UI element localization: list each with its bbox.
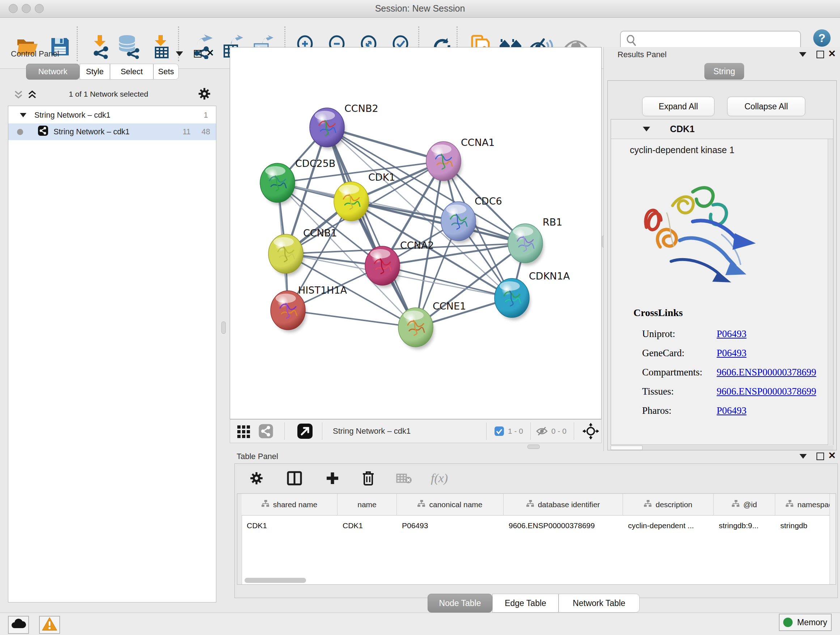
delete-column-trash-icon[interactable] <box>362 470 375 486</box>
import-table-button[interactable] <box>147 32 176 63</box>
table-vscrollbar[interactable] <box>829 494 836 584</box>
bottom-splitter-handle[interactable] <box>527 445 540 449</box>
network-node-CCNB2[interactable] <box>309 108 346 149</box>
node-table: shared namenamecanonical namedatabase id… <box>237 494 836 585</box>
tab-select[interactable]: Select <box>110 64 153 80</box>
network-edge[interactable] <box>327 127 416 327</box>
results-panel-float-icon[interactable] <box>816 51 824 58</box>
tab-node-table[interactable]: Node Table <box>428 594 493 613</box>
search-input[interactable] <box>640 36 800 46</box>
control-panel-menu-icon[interactable] <box>176 51 183 56</box>
column-header--id[interactable]: @id <box>714 494 775 516</box>
crosslink-link[interactable]: P06493 <box>717 405 747 416</box>
column-header-label: description <box>655 500 692 509</box>
toolbar-separator <box>322 423 322 440</box>
network-node-RB1[interactable] <box>508 224 544 265</box>
network-edge[interactable] <box>288 310 416 327</box>
expand-all-button[interactable]: Expand All <box>642 97 714 116</box>
tab-network[interactable]: Network <box>26 64 80 80</box>
open-in-browser-button[interactable] <box>297 420 313 443</box>
column-header-description[interactable]: description <box>623 494 714 516</box>
shared-column-icon <box>644 500 652 509</box>
tab-sets[interactable]: Sets <box>153 64 179 80</box>
table-cell[interactable]: P06493 <box>397 516 504 536</box>
import-database-button[interactable] <box>114 32 143 63</box>
collapse-all-networks-icon[interactable] <box>13 89 24 102</box>
network-canvas[interactable]: CCNB2CCNA1CDC25BCDK1CDC6RB1CCNB1CCNA2CDK… <box>230 47 602 419</box>
results-scrollbar[interactable] <box>828 139 833 445</box>
table-panel-float-icon[interactable] <box>816 453 824 460</box>
column-header-shared-name[interactable]: shared name <box>242 494 338 516</box>
table-header-row: shared namenamecanonical namedatabase id… <box>242 494 836 516</box>
table-container: f(x) shared namenamecanonical namedataba… <box>234 463 838 598</box>
collection-caret-icon[interactable] <box>20 113 27 117</box>
table-cell[interactable]: CDK1 <box>338 516 397 536</box>
table-cell[interactable]: stringdb:9... <box>714 516 775 536</box>
node-result-caret-icon[interactable] <box>643 127 650 131</box>
tab-string-results[interactable]: String <box>704 63 744 80</box>
control-panel-float-icon[interactable] <box>194 50 202 57</box>
network-node-CCNA2[interactable] <box>365 246 401 288</box>
create-column-plus-icon[interactable] <box>325 471 340 486</box>
function-builder-icon[interactable]: f(x) <box>431 471 448 485</box>
cloud-icon <box>11 618 26 632</box>
control-panel-title: Control Panel <box>11 49 59 59</box>
network-node-HIST1H1A[interactable] <box>271 291 306 333</box>
table-panel-close-icon[interactable]: ✕ <box>828 452 836 459</box>
table-row[interactable]: CDK1CDK1P064939606.ENSP00000378699cyclin… <box>242 516 836 536</box>
network-node-CDK1[interactable] <box>334 182 370 223</box>
toolbar-separator <box>486 423 486 440</box>
column-header-database-identifier[interactable]: database identifier <box>504 494 623 516</box>
help-button[interactable]: ? <box>813 29 831 47</box>
tab-network-table[interactable]: Network Table <box>559 594 639 613</box>
cytoscape-window: Session: New Session <box>0 0 840 635</box>
tab-style[interactable]: Style <box>80 64 110 80</box>
cloud-status-button[interactable] <box>8 616 29 634</box>
column-header-name[interactable]: name <box>338 494 397 516</box>
show-columns-icon[interactable] <box>287 471 302 486</box>
left-splitter-handle[interactable] <box>221 321 226 334</box>
network-row-selected[interactable]: String Network – cdk1 11 48 <box>8 124 216 140</box>
delete-table-icon[interactable] <box>396 472 412 485</box>
network-collection-row[interactable]: String Network – cdk1 1 <box>8 107 216 124</box>
memory-button[interactable]: Memory <box>779 614 832 631</box>
control-panel-close-icon[interactable]: ✕ <box>206 49 214 57</box>
table-cell[interactable]: 9606.ENSP00000378699 <box>504 516 623 536</box>
tab-edge-table[interactable]: Edge Table <box>493 594 559 613</box>
table-cell[interactable]: CDK1 <box>242 516 338 536</box>
results-panel-menu-icon[interactable] <box>799 52 806 57</box>
crosslink-link[interactable]: 9606.ENSP00000378699 <box>717 386 816 397</box>
expand-all-networks-icon[interactable] <box>27 89 38 102</box>
import-table-icon <box>151 35 172 60</box>
import-network-button[interactable] <box>86 32 115 63</box>
table-hscrollbar[interactable] <box>242 578 831 583</box>
memory-label: Memory <box>797 618 827 627</box>
crosslinks-title: CrossLinks <box>633 307 816 318</box>
toolbar-separator <box>77 27 78 61</box>
table-cell[interactable]: stringdb <box>775 516 836 536</box>
column-header-namespace[interactable]: namespace <box>775 494 836 516</box>
warnings-button[interactable] <box>39 616 60 634</box>
network-node-CDKN1A[interactable] <box>494 279 531 320</box>
column-header-canonical-name[interactable]: canonical name <box>397 494 504 516</box>
node-result-header[interactable]: CDK1 <box>611 119 833 139</box>
selected-checkbox-icon[interactable] <box>494 420 504 443</box>
fit-content-crosshair-icon[interactable] <box>583 420 599 443</box>
table-options-gear-icon[interactable] <box>249 471 264 486</box>
hidden-eye-slash-icon[interactable] <box>536 420 548 443</box>
table-panel-menu-icon[interactable] <box>799 454 807 459</box>
crosslink-link[interactable]: P06493 <box>717 348 747 359</box>
crosslink-link[interactable]: 9606.ENSP00000378699 <box>717 367 816 378</box>
results-hscrollbar[interactable] <box>611 446 834 450</box>
network-node-CCNE1[interactable] <box>398 308 434 349</box>
crosslink-link[interactable]: P06493 <box>717 328 747 340</box>
table-cell[interactable]: cyclin-dependent ... <box>623 516 714 536</box>
birds-eye-view-button[interactable] <box>236 420 252 443</box>
network-node-CCNB1[interactable] <box>268 234 304 276</box>
string-style-button[interactable] <box>258 420 273 443</box>
results-panel-close-icon[interactable]: ✕ <box>828 50 836 57</box>
collapse-all-button[interactable]: Collapse All <box>727 97 805 116</box>
network-node-CCNA1[interactable] <box>426 141 462 183</box>
network-options-gear-icon[interactable] <box>197 87 211 102</box>
results-panel: Results Panel ✕ String Expand All Collap… <box>603 47 840 451</box>
